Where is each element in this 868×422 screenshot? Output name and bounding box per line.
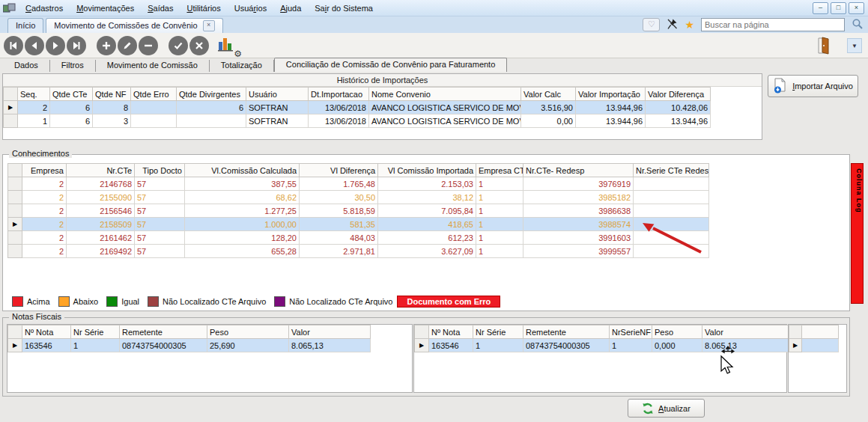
star-icon[interactable]: ★ xyxy=(685,19,694,30)
column-header-qtde-divirgentes[interactable]: Qtde Divirgentes xyxy=(177,88,246,101)
row-selector[interactable] xyxy=(8,191,22,204)
table-row[interactable]: ▶16354610874375400030510,0008.065,13 xyxy=(415,339,790,352)
confirm-button[interactable] xyxy=(169,36,188,55)
column-header-empresa-cte[interactable]: Empresa CTe xyxy=(476,164,523,177)
column-header-vl-diferenca[interactable]: Vl Diferença xyxy=(300,164,378,177)
column-header-nrserienf[interactable]: NrSerieNF xyxy=(610,325,652,339)
atualizar-button[interactable]: Atualizar xyxy=(628,399,705,418)
menu-movimentacoes[interactable]: Movimentações xyxy=(70,2,141,14)
column-header-nome-convenio[interactable]: Nome Convenio xyxy=(369,88,521,101)
column-header-qtde-cte[interactable]: Qtde CTe xyxy=(50,88,93,101)
menu-ajuda[interactable]: Ajuda xyxy=(273,2,308,14)
column-header-seq[interactable]: Seq. xyxy=(18,88,50,101)
tab-movimento-de-comissao[interactable]: Movimento de Comissão xyxy=(96,60,210,72)
last-record-button[interactable] xyxy=(67,36,86,55)
menu-saidas[interactable]: Saídas xyxy=(141,2,180,14)
column-header-nr-serie[interactable]: Nr Série xyxy=(71,325,120,339)
unpin-icon[interactable] xyxy=(667,18,678,31)
menu-usuarios[interactable]: Usuários xyxy=(228,2,273,14)
column-header-usuario[interactable]: Usuário xyxy=(246,88,309,101)
close-button[interactable]: × xyxy=(849,2,864,14)
legend-label: Acima xyxy=(27,297,50,306)
tab-conciliacao[interactable]: Conciliação de Comissão de Convênio para… xyxy=(274,58,507,72)
cancel-button[interactable] xyxy=(189,36,209,55)
column-header-tipo-docto[interactable]: Tipo Docto xyxy=(135,164,185,177)
prior-record-button[interactable] xyxy=(25,36,44,55)
tab-movimento-comissoes-convenio[interactable]: Movimento de Comissões de Convênio × xyxy=(46,18,222,33)
search-input[interactable] xyxy=(701,18,845,31)
table-row[interactable]: 2214676857387,551.765,482.153,0313976919 xyxy=(8,177,709,191)
insert-button[interactable] xyxy=(97,36,116,55)
tab-filtros[interactable]: Filtros xyxy=(50,60,96,72)
next-record-button[interactable] xyxy=(46,36,65,55)
row-selector[interactable]: ▶ xyxy=(8,218,22,231)
row-selector[interactable]: ▶ xyxy=(789,339,802,352)
row-selector[interactable] xyxy=(8,204,22,218)
toolbar-dropdown-button[interactable]: ▼ xyxy=(847,38,862,53)
menu-sair-do-sistema[interactable]: Sair do Sistema xyxy=(308,2,380,14)
row-selector[interactable] xyxy=(8,177,22,191)
table-row[interactable]: ▶ xyxy=(789,339,839,352)
legend-item: Não Localizado CTe Arquivo xyxy=(274,296,392,307)
tab-totalizacao[interactable]: Totalização xyxy=(210,60,274,72)
column-header-remetente[interactable]: Remetente xyxy=(523,325,610,339)
table-cell xyxy=(177,114,246,128)
column-header-peso[interactable]: Peso xyxy=(652,325,702,339)
column-header-remetente[interactable]: Remetente xyxy=(120,325,207,339)
column-header-nr-serie[interactable]: Nr Série xyxy=(473,325,523,339)
menu-cadastros[interactable]: Cadastros xyxy=(19,2,70,14)
favorite-heart-icon[interactable]: ♡ xyxy=(643,18,660,31)
exit-button[interactable] xyxy=(814,35,834,55)
column-header-empresa[interactable]: Empresa xyxy=(22,164,67,177)
row-selector[interactable]: ▶ xyxy=(4,101,18,114)
minimize-button[interactable]: – xyxy=(813,2,828,14)
table-row[interactable]: 2216949257655,282.971,813.627,0913999557 xyxy=(8,245,709,258)
column-header-nr-serie-cte-redesp[interactable]: Nr.Serie CTe Redesp xyxy=(634,164,709,177)
row-selector[interactable]: ▶ xyxy=(415,339,429,352)
close-tab-icon[interactable]: × xyxy=(203,20,215,31)
table-cell: 1.765,48 xyxy=(300,177,378,191)
menu-utilitarios[interactable]: Utilitários xyxy=(180,2,227,14)
column-header-qtde-nf[interactable]: Qtde NF xyxy=(93,88,131,101)
search-icon[interactable] xyxy=(852,18,864,31)
table-row[interactable]: ▶22158509571.000,00581,35418,6513988574 xyxy=(8,218,709,231)
edit-button[interactable] xyxy=(118,36,137,55)
importar-arquivo-button[interactable]: Importar Arquivo xyxy=(768,75,858,97)
table-row[interactable]: 221550905768,6230,5038,1213985182 xyxy=(8,191,709,204)
row-selector[interactable] xyxy=(8,245,22,258)
column-header-valor-calc[interactable]: Valor Calc xyxy=(521,88,576,101)
column-header-valor-importacao[interactable]: Valor Importação xyxy=(576,88,646,101)
coluna-log-tab[interactable]: Coluna Log xyxy=(851,163,864,304)
tab-inicio[interactable]: Início xyxy=(7,18,43,33)
table-row[interactable]: 22156546571.277,255.818,597.095,84139866… xyxy=(8,204,709,218)
column-header-blank[interactable] xyxy=(802,325,839,339)
conhecimentos-header-row: Empresa Nr.CTe Tipo Docto Vl.Comissão Ca… xyxy=(8,164,709,177)
column-header-nr-cte[interactable]: Nr.CTe xyxy=(67,164,135,177)
row-selector[interactable] xyxy=(8,231,22,245)
restore-button[interactable]: □ xyxy=(831,2,846,14)
table-cell: 1 xyxy=(610,339,652,352)
table-row[interactable]: 163SOFTRAN13/06/2018AVANCO LOGISTICA SER… xyxy=(4,114,711,128)
column-header-vl-comissao-importada[interactable]: Vl Comissão Importada xyxy=(378,164,476,177)
column-header-valor[interactable]: Valor xyxy=(702,325,790,339)
table-row[interactable]: ▶2686SOFTRAN13/06/2018AVANCO LOGISTICA S… xyxy=(4,101,711,114)
table-row[interactable]: 2216146257128,20484,03612,2313991603 xyxy=(8,231,709,245)
row-selector[interactable] xyxy=(4,114,18,128)
table-row[interactable]: ▶16354610874375400030525,6908.065,13 xyxy=(8,339,371,352)
column-header-vl-comissao-calculada[interactable]: Vl.Comissão Calculada xyxy=(185,164,300,177)
table-cell: 10.428,06 xyxy=(646,101,711,114)
delete-button[interactable] xyxy=(139,36,158,55)
first-record-button[interactable] xyxy=(4,36,23,55)
column-header-peso[interactable]: Peso xyxy=(207,325,289,339)
column-header-nr-cte-redesp[interactable]: Nr.CTe- Redesp xyxy=(523,164,634,177)
column-header-dt-importacao[interactable]: Dt.Importacao xyxy=(309,88,369,101)
row-selector[interactable]: ▶ xyxy=(8,339,22,352)
column-header-qtde-erro[interactable]: Qtde Erro xyxy=(131,88,177,101)
column-header-valor[interactable]: Valor xyxy=(289,325,371,339)
column-header-no-nota[interactable]: Nº Nota xyxy=(22,325,71,339)
column-header-valor-diferenca[interactable]: Valor Diferença xyxy=(646,88,711,101)
table-cell: 57 xyxy=(135,231,185,245)
column-header-no-nota[interactable]: Nº Nota xyxy=(429,325,473,339)
chart-button[interactable]: ⚙ xyxy=(218,35,240,56)
tab-dados[interactable]: Dados xyxy=(3,60,50,72)
